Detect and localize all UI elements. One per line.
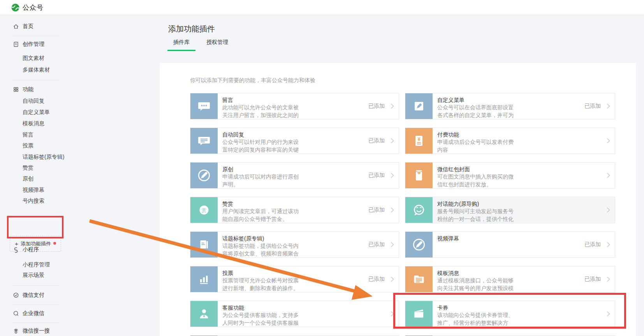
- plugin-description-line: 话题标签功能，提供给公众号内: [222, 242, 368, 250]
- sidebar-item-label: 企业微信: [23, 310, 44, 317]
- plugin-card[interactable]: 自动回复公众号可以针对用户的行为来设置特定的回复内容和丰富的关键已添加: [190, 128, 399, 154]
- sidebar-item[interactable]: 首页: [13, 23, 33, 30]
- plugin-card-body: 投票投票管理可允许公众帐号对投票进行新增、删除和查看的操作。: [218, 266, 368, 292]
- sidebar-item[interactable]: 话题标签(原专辑): [23, 153, 64, 161]
- brand-title: 公众号: [23, 3, 44, 12]
- plugin-title: 对话能力(原导购): [437, 200, 607, 207]
- tab-plugin-library[interactable]: 插件库: [167, 39, 195, 51]
- plugin-card-coupon[interactable]: 卡券该功能向公众号提供卡券管理、推广、经营分析的整套解决方: [405, 301, 615, 327]
- sidebar-item-label: 功能: [23, 86, 33, 93]
- plugin-card[interactable]: 话题标签(原专辑)话题标签功能，提供给公众号内容将原创文章、视频和音频聚合已添加: [190, 231, 399, 258]
- plugin-card[interactable]: ¥微信红包封面可在图文消息中插入所购买的微信红包封面进行发放。: [405, 162, 615, 189]
- plugin-card[interactable]: 模板消息通过模板消息接口，公众号能够向关注其账号的用户发送预设模已添加: [405, 266, 615, 292]
- chevron-right-icon: [391, 173, 394, 178]
- plugin-card[interactable]: 视频弹幕已添加: [405, 231, 615, 258]
- sidebar-item-label: 原创: [23, 175, 33, 182]
- chevron-right-icon: [607, 207, 610, 213]
- paid-note-icon: ¥: [405, 128, 433, 154]
- sidebar-item[interactable]: 展示场景: [23, 271, 44, 279]
- plugin-card[interactable]: 赏赞赏用户阅读完文章后，可通过该功能自愿向公众号赠予赏金。已添加: [190, 197, 399, 223]
- plugin-card-right: [607, 128, 615, 154]
- sidebar-item[interactable]: 创作管理: [13, 40, 44, 48]
- sidebar-item[interactable]: 小程序管理: [23, 261, 50, 269]
- plugin-description-line: 公众号可以针对用户的行为来设: [222, 138, 368, 146]
- wechat-pay-icon: [13, 292, 19, 298]
- sidebar-divider: [13, 322, 59, 323]
- plugin-description-line: 服务号顾问可主动发起与服务号: [437, 207, 607, 215]
- plugin-card[interactable]: ¥付费功能申请成功后公众号可以发表付费内容: [405, 128, 615, 154]
- chevron-right-icon: [607, 311, 610, 317]
- plugin-card[interactable]: 留言此功能可以允许公众号的文章被关注用户留言，加强彼此之间的已添加: [190, 93, 399, 119]
- plugin-description-line: 投票管理可允许公众帐号对投票: [222, 276, 368, 284]
- plugin-description-line: 向关注其账号的用户发送预设模: [437, 284, 584, 292]
- sidebar-item[interactable]: 视频弹幕: [23, 186, 44, 194]
- sidebar-item[interactable]: 投票: [23, 142, 33, 150]
- plugin-description-line: 内容: [437, 146, 607, 154]
- plugin-card-right: 已添加: [584, 232, 615, 257]
- plugin-description-line: 通过模板消息接口，公众号能够: [437, 276, 584, 284]
- added-badge: 已添加: [368, 103, 385, 110]
- plugin-card-right: 已添加: [584, 93, 615, 119]
- plugin-title: 客服功能: [222, 304, 391, 311]
- plugin-card[interactable]: 自定义菜单公众号可以在会话界面底部设置各式各样的自定义菜单，并可为已添加: [405, 93, 615, 119]
- sidebar-item[interactable]: 自动回复: [23, 97, 44, 105]
- sidebar-item[interactable]: 自定义菜单: [23, 108, 50, 116]
- chevron-right-icon: [607, 276, 610, 282]
- sidebar-item[interactable]: 微信支付: [13, 291, 44, 299]
- plugin-card[interactable]: 原创申请成功后可以对内容进行原创声明。已添加: [190, 162, 399, 189]
- plugin-description-line: 可在图文消息中插入所购买的微: [437, 173, 607, 180]
- plugin-card[interactable]: 对话能力(原导购)服务号顾问可主动发起与服务号粉丝的一对一会话，提供个性化: [405, 197, 615, 223]
- sidebar-item-label: 视频弹幕: [23, 187, 44, 194]
- sidebar-item[interactable]: 多媒体素材: [23, 66, 50, 74]
- sidebar-item-label: 多媒体素材: [23, 66, 50, 74]
- added-badge: 已添加: [368, 172, 385, 179]
- comment-dots-icon: [190, 93, 218, 119]
- plugin-card-body: 原创申请成功后可以对内容进行原创声明。: [218, 163, 368, 188]
- sidebar-divider: [13, 36, 59, 36]
- sidebar-item[interactable]: 原创: [23, 175, 33, 183]
- pen-square-icon: [405, 93, 433, 119]
- plugin-card-right: [391, 301, 399, 327]
- sidebar-item[interactable]: 小程序: [13, 246, 39, 254]
- red-packet-icon: ¥: [405, 163, 433, 188]
- chevron-right-icon: [391, 207, 394, 213]
- plugin-card[interactable]: 客服功能为公众号提供客服功能，支持多人同时为一个公众号提供客服服: [190, 301, 399, 327]
- tab-authorization-management[interactable]: 授权管理: [201, 39, 234, 51]
- sidebar-item[interactable]: 企业微信: [13, 310, 44, 317]
- sidebar-item[interactable]: 微信搜一搜: [13, 327, 50, 335]
- plugin-title: 付费功能: [437, 131, 607, 138]
- plugin-card-body: 自动回复公众号可以针对用户的行为来设置特定的回复内容和丰富的关键: [218, 128, 368, 154]
- wework-icon: [13, 310, 19, 317]
- chevron-right-icon: [391, 311, 394, 317]
- sidebar-item[interactable]: 模板消息: [23, 120, 44, 128]
- sidebar-item[interactable]: 号内搜索: [23, 197, 44, 205]
- chevron-right-icon: [391, 103, 394, 109]
- comment-lines-icon: [190, 128, 218, 154]
- tab-bar: 插件库 授权管理: [167, 39, 234, 51]
- sidebar-item-label: 投票: [23, 142, 33, 149]
- plugin-title: 留言: [222, 96, 368, 103]
- plugin-title: 自定义菜单: [437, 96, 584, 103]
- plugin-card-right: [607, 163, 615, 188]
- sidebar-item-label: 号内搜索: [23, 198, 44, 205]
- home-icon: [13, 23, 19, 30]
- plugin-description-line: 此功能可以允许公众号的文章被: [222, 103, 368, 111]
- plugin-card-body: 留言此功能可以允许公众号的文章被关注用户留言，加强彼此之间的: [218, 93, 368, 119]
- plugin-title: 微信红包封面: [437, 166, 607, 173]
- chevron-right-icon: [607, 242, 610, 247]
- miniprogram-icon: [13, 247, 19, 253]
- sidebar-item[interactable]: 图文素材: [23, 54, 44, 62]
- added-badge: 已添加: [584, 276, 601, 283]
- chevron-right-icon: [607, 138, 610, 144]
- sidebar-item-label: 图文素材: [23, 55, 44, 62]
- folder-lines-icon: [405, 266, 433, 292]
- sidebar-divider: [13, 285, 59, 285]
- chevron-right-icon: [391, 276, 394, 282]
- sidebar-item[interactable]: 功能: [13, 86, 33, 93]
- plugin-card[interactable]: 投票投票管理可允许公众帐号对投票进行新增、删除和查看的操作。已添加: [190, 266, 399, 292]
- sidebar-item[interactable]: 留言: [23, 131, 33, 139]
- plugin-card-body: 视频弹幕: [433, 232, 584, 257]
- plugin-card-body: 客服功能为公众号提供客服功能，支持多人同时为一个公众号提供客服服: [218, 301, 391, 327]
- sidebar-item[interactable]: 赞赏: [23, 164, 33, 172]
- plugin-description-line: 各式各样的自定义菜单，并可为: [437, 111, 584, 119]
